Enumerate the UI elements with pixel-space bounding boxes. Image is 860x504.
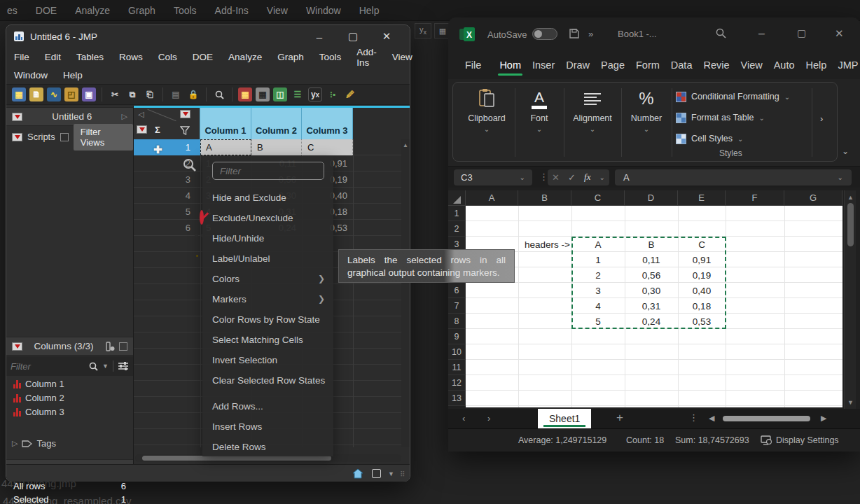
tab-help[interactable]: Help — [800, 55, 833, 75]
col-header-G[interactable]: G — [784, 190, 842, 206]
bg-menu-item-addins[interactable]: Add-Ins — [215, 5, 249, 16]
row-header-10[interactable]: 10 — [448, 344, 466, 360]
menu-item-insert-rows[interactable]: Insert Rows — [202, 418, 333, 435]
excel-minimize-button[interactable]: – — [758, 27, 765, 40]
scripts-label[interactable]: Scripts — [27, 132, 55, 142]
alignment-group[interactable]: Alignment ⌄ — [567, 88, 618, 157]
layout-square-icon[interactable] — [372, 469, 381, 478]
row-header-11[interactable]: 11 — [448, 360, 466, 375]
autosave-toggle[interactable] — [532, 28, 557, 40]
sheet-vertical-scrollbar[interactable]: ▲ ▼ — [844, 190, 856, 409]
formula-icon[interactable]: yx — [308, 88, 322, 102]
bg-menu-item-tools[interactable]: Tools — [174, 5, 197, 16]
settings-icon[interactable]: ▤ — [169, 88, 183, 102]
chevron-down-icon[interactable]: ▼ — [102, 363, 109, 370]
open-file-icon[interactable]: ◰ — [64, 88, 78, 102]
insert-function-icon[interactable]: fx — [584, 172, 590, 183]
conditional-formatting-button[interactable]: Conditional Formatting⌄ — [676, 90, 790, 104]
col-header-F[interactable]: F — [726, 190, 784, 206]
hscroll-right-icon[interactable]: ▶ — [821, 414, 826, 423]
excel-titlebar[interactable]: X AutoSave » Book1 -... – ▢ ✕ — [448, 18, 860, 51]
row-header-2[interactable]: 2 — [448, 221, 466, 237]
red-triangle-icon[interactable] — [12, 342, 22, 351]
columns-filter-input[interactable] — [11, 361, 85, 372]
column-header-2[interactable]: Column 2 — [251, 108, 302, 139]
tab-automate[interactable]: Auto — [768, 55, 800, 75]
jmp-maximize-button[interactable]: ▢ — [347, 30, 359, 43]
jmp-menu-doe[interactable]: DOE — [185, 50, 221, 64]
menu-item-exclude-unexclude[interactable]: Exclude/Unexclude — [202, 209, 333, 226]
column-settings-icon[interactable] — [105, 342, 115, 351]
table-row-selected[interactable]: ✚ 1 A B C — [134, 139, 353, 155]
menu-item-colors[interactable]: Colors❯ — [202, 270, 333, 287]
menu-item-delete-rows[interactable]: Delete Rows — [202, 438, 333, 455]
scroll-up-icon[interactable]: ▲ — [403, 142, 408, 148]
bg-menu-item-view[interactable]: View — [267, 5, 288, 16]
tags-row[interactable]: ▷ Tags — [12, 438, 56, 449]
tab-data[interactable]: Data — [665, 55, 698, 75]
jmp-menu-graph[interactable]: Graph — [270, 50, 312, 64]
jmp-menu-cols[interactable]: Cols — [151, 50, 185, 64]
menu-item-markers[interactable]: Markers❯ — [202, 290, 333, 307]
bg-menu-item-window[interactable]: Window — [306, 5, 341, 16]
next-sheet-icon[interactable]: › — [487, 413, 490, 424]
column-list-item-2[interactable]: Column 2 — [13, 393, 64, 403]
row-header-7[interactable]: 7 — [448, 298, 466, 314]
python-script-icon[interactable]: ∿ — [47, 88, 61, 102]
red-triangle-icon[interactable] — [180, 110, 190, 118]
row-header-8[interactable]: 8 — [448, 314, 466, 329]
col-header-E[interactable]: E — [678, 190, 726, 206]
cell-B3-annotation[interactable]: headers -> — [518, 237, 570, 252]
tab-home[interactable]: Hom — [494, 55, 527, 75]
list-check-icon[interactable]: ⁝▪ — [326, 88, 340, 102]
collapse-ribbon-icon[interactable]: ⌄ — [842, 146, 849, 156]
grid-corner-cell[interactable]: ◁ Σ — [134, 108, 200, 139]
jmp-menu-rows[interactable]: Rows — [111, 50, 151, 64]
menu-item-color-rows-by-row-state[interactable]: Color Rows by Row State — [202, 311, 333, 328]
sigma-icon[interactable]: Σ — [155, 125, 160, 135]
formula-input[interactable]: A ⌄ — [615, 169, 852, 186]
jmp-menu-tables[interactable]: Tables — [69, 50, 111, 64]
jmp-menu-file[interactable]: File — [6, 50, 37, 64]
jmp-minimize-button[interactable]: – — [313, 31, 326, 43]
menu-item-label-unlabel[interactable]: Label/Unlabel — [202, 250, 333, 267]
hscroll-left-icon[interactable]: ◀ — [709, 414, 714, 423]
excel-close-button[interactable]: ✕ — [835, 27, 844, 40]
dropdown-triangle-icon[interactable]: ▼ — [388, 470, 394, 477]
jmp-close-button[interactable]: ✕ — [380, 30, 393, 43]
cell-styles-button[interactable]: Cell Styles⌄ — [676, 132, 743, 146]
calculator-icon[interactable]: ▦ — [256, 88, 270, 102]
scroll-up-icon[interactable]: ▲ — [847, 194, 854, 201]
search-icon[interactable] — [89, 362, 98, 371]
menu-item-hide-unhide[interactable]: Hide/Unhide — [202, 230, 333, 246]
tab-page-layout[interactable]: Page — [595, 55, 630, 75]
row-header-12[interactable]: 12 — [448, 375, 466, 391]
column-header-3[interactable]: Column 3 — [302, 108, 353, 139]
copy-icon[interactable]: ⧉ — [125, 88, 139, 102]
prev-sheet-icon[interactable]: ‹ — [462, 413, 465, 424]
more-commands-icon[interactable]: » — [588, 29, 593, 39]
col-header-D[interactable]: D — [625, 190, 678, 206]
chevron-down-icon[interactable]: ⌄ — [644, 125, 649, 133]
menu-item-invert-selection[interactable]: Invert Selection — [202, 351, 333, 368]
excel-maximize-button[interactable]: ▢ — [797, 27, 806, 38]
name-box[interactable]: C3 ⌄ — [454, 169, 532, 186]
column-header-1[interactable]: Column 1 — [200, 108, 251, 139]
chevron-down-icon[interactable]: ⌄ — [599, 174, 605, 181]
number-group[interactable]: % Number ⌄ — [624, 88, 669, 157]
column-list-item-1[interactable]: Column 1 — [13, 379, 64, 389]
graph-builder-icon[interactable]: ☰ — [291, 88, 305, 102]
expand-arrow-icon[interactable]: ▷ — [12, 439, 18, 448]
lock-icon[interactable]: 🔒 — [186, 88, 200, 102]
bg-menu-item-doe[interactable]: DOE — [36, 5, 57, 16]
row-header-9[interactable]: 9 — [448, 329, 466, 344]
bg-menu-item-graph[interactable]: Graph — [128, 5, 155, 16]
scroll-down-icon[interactable]: ▼ — [847, 399, 854, 406]
paste-icon[interactable]: ⎗ — [143, 88, 157, 102]
sheet-tab-sheet1[interactable]: Sheet1 — [538, 409, 591, 428]
menu-item-select-matching-cells[interactable]: Select Matching Cells — [202, 331, 333, 348]
tab-filter-views[interactable]: Filter Views — [74, 124, 133, 150]
jmp-menu-analyze[interactable]: Analyze — [221, 50, 270, 64]
select-all-corner[interactable] — [448, 190, 466, 206]
resize-grip[interactable]: ⠿ — [400, 470, 405, 478]
